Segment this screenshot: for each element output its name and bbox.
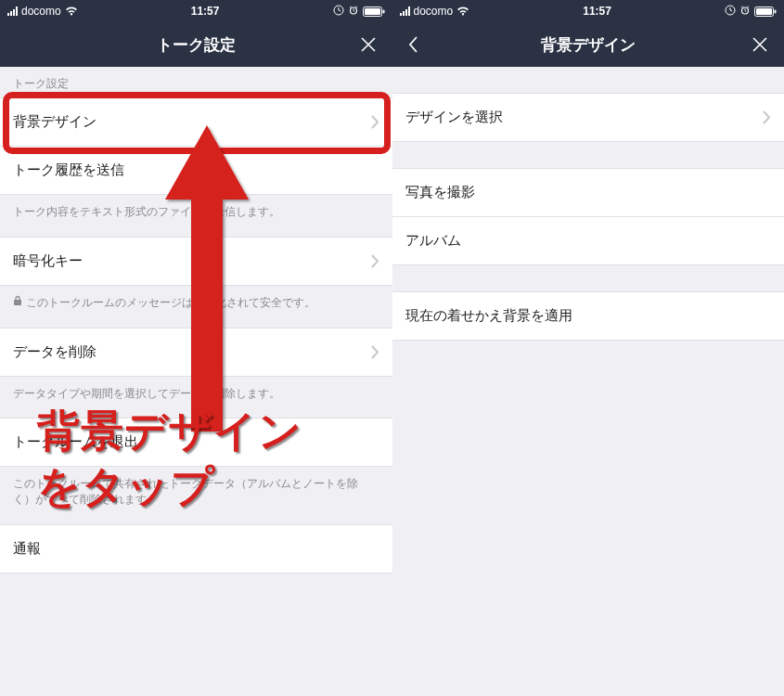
item-footer: このトークルームのメッセージは暗号化されて安全です。 bbox=[0, 286, 392, 328]
close-icon bbox=[360, 36, 377, 53]
item-background-design[interactable]: 背景デザイン bbox=[0, 97, 392, 147]
nav-bar: トーク設定 bbox=[0, 22, 392, 67]
item-encryption-key[interactable]: 暗号化キー bbox=[0, 237, 392, 286]
chevron-right-icon bbox=[763, 110, 771, 124]
nav-bar: 背景デザイン bbox=[392, 22, 785, 67]
status-left: docomo bbox=[7, 5, 78, 18]
item-report[interactable]: 通報 bbox=[0, 524, 392, 574]
svg-rect-9 bbox=[756, 8, 772, 15]
svg-rect-10 bbox=[775, 9, 777, 13]
page-title: 背景デザイン bbox=[541, 34, 636, 56]
page-title: トーク設定 bbox=[157, 34, 236, 56]
item-label: 通報 bbox=[13, 540, 41, 558]
item-leave-room[interactable]: トークルームを退出 bbox=[0, 418, 392, 467]
item-apply-theme[interactable]: 現在の着せかえ背景を適用 bbox=[392, 291, 785, 341]
orientation-lock-icon bbox=[725, 5, 736, 19]
phone-right: docomo 11:57 背景デザイン デザインを選択 bbox=[392, 0, 785, 696]
item-label: 背景デザイン bbox=[13, 113, 96, 131]
item-footer: データタイプや期間を選択してデータを削除します。 bbox=[0, 377, 392, 419]
item-label: 写真を撮影 bbox=[405, 184, 475, 201]
item-label: アルバム bbox=[405, 232, 461, 250]
wifi-icon bbox=[65, 6, 78, 16]
item-footer: このトークルームで共有されたトークデータ（アルバムとノートを除く）がすべて削除さ… bbox=[0, 467, 392, 524]
encryption-footer-text: このトークルームのメッセージは暗号化されて安全です。 bbox=[26, 295, 315, 311]
status-left: docomo bbox=[400, 5, 470, 18]
close-icon bbox=[752, 36, 768, 53]
status-bar: docomo 11:57 bbox=[392, 0, 785, 22]
item-send-history[interactable]: トーク履歴を送信 bbox=[0, 147, 392, 195]
section-header: トーク設定 bbox=[0, 67, 392, 97]
chevron-right-icon bbox=[371, 115, 379, 129]
item-label: 暗号化キー bbox=[13, 252, 83, 270]
svg-rect-3 bbox=[365, 8, 380, 15]
lock-icon bbox=[13, 295, 22, 311]
carrier-label: docomo bbox=[414, 5, 454, 18]
svg-rect-5 bbox=[14, 300, 21, 305]
alarm-icon bbox=[348, 5, 359, 19]
signal-icon bbox=[400, 6, 410, 16]
item-label: トーク履歴を送信 bbox=[13, 161, 124, 179]
item-label: データを削除 bbox=[13, 343, 96, 361]
battery-icon bbox=[363, 6, 385, 17]
alarm-icon bbox=[739, 5, 751, 19]
status-right bbox=[333, 5, 385, 19]
status-bar: docomo 11:57 bbox=[0, 0, 392, 22]
status-time: 11:57 bbox=[191, 5, 220, 18]
status-time: 11:57 bbox=[583, 5, 611, 18]
item-take-photo[interactable]: 写真を撮影 bbox=[392, 168, 785, 217]
item-label: トークルームを退出 bbox=[13, 433, 138, 451]
svg-rect-4 bbox=[382, 9, 384, 13]
wifi-icon bbox=[456, 6, 469, 16]
item-delete-data[interactable]: データを削除 bbox=[0, 328, 392, 377]
close-button[interactable] bbox=[357, 33, 379, 56]
back-button[interactable] bbox=[402, 33, 424, 56]
item-select-design[interactable]: デザインを選択 bbox=[392, 93, 785, 142]
phone-left: docomo 11:57 トーク設定 トーク設定 背景デザイン bbox=[0, 0, 392, 696]
chevron-right-icon bbox=[371, 254, 379, 268]
chevron-right-icon bbox=[371, 345, 379, 359]
item-album[interactable]: アルバム bbox=[392, 217, 785, 265]
status-right bbox=[725, 5, 777, 19]
close-button[interactable] bbox=[749, 33, 771, 56]
item-footer: トーク内容をテキスト形式のファイルで送信します。 bbox=[0, 195, 392, 237]
chevron-left-icon bbox=[407, 35, 418, 54]
battery-icon bbox=[754, 6, 777, 17]
item-label: デザインを選択 bbox=[405, 109, 503, 126]
item-label: 現在の着せかえ背景を適用 bbox=[405, 307, 572, 325]
signal-icon bbox=[7, 6, 18, 16]
carrier-label: docomo bbox=[21, 5, 61, 18]
orientation-lock-icon bbox=[333, 5, 344, 19]
